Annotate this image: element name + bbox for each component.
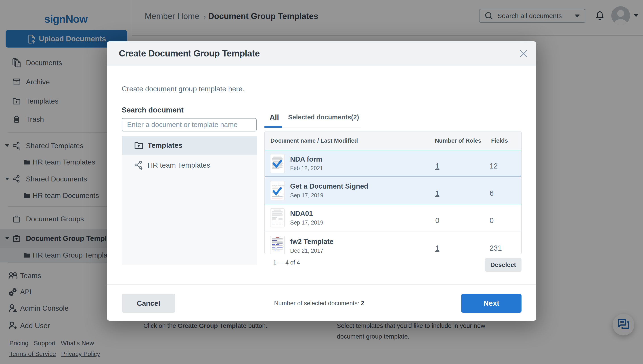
svg-text:Sample Document: Sample Document xyxy=(272,185,284,187)
